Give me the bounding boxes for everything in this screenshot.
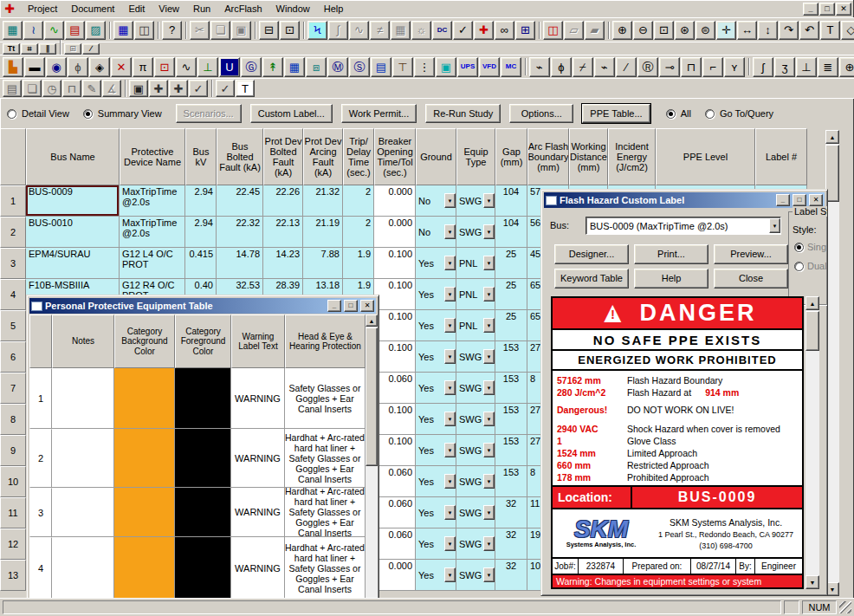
eraser-icon[interactable]: ⊞ — [64, 43, 81, 55]
box3d-icon[interactable]: ⧈ — [306, 57, 327, 77]
cell-bus-name[interactable]: BUS-0009 — [26, 185, 120, 217]
chevron-down-icon[interactable]: ▼ — [483, 256, 495, 270]
transformer-icon[interactable]: ⊡ — [154, 57, 175, 77]
menu-item[interactable]: Edit — [122, 2, 151, 16]
chevron-down-icon[interactable]: ▼ — [444, 536, 456, 551]
maximize-button[interactable]: □ — [819, 3, 835, 16]
cell-gap[interactable]: 32 — [495, 497, 527, 528]
cell-gap[interactable]: 32 — [495, 528, 527, 560]
cell-gap[interactable]: 153 — [495, 341, 527, 373]
cell-trip-delay[interactable]: 1.9 — [343, 248, 374, 279]
chevron-down-icon[interactable]: ▼ — [444, 224, 456, 239]
foreground-color-swatch[interactable] — [175, 429, 231, 488]
cell-equip-type[interactable]: SWG▼ — [456, 497, 495, 528]
close-button[interactable]: ✕ — [836, 3, 851, 16]
cell-breaker-opening[interactable]: 0.100 — [374, 341, 416, 373]
row-number[interactable]: 6 — [0, 341, 26, 373]
ppe-cell-notes[interactable] — [52, 537, 114, 598]
cell-breaker-opening[interactable]: 0.100 — [374, 310, 416, 341]
fuse-symbol-icon[interactable]: ϕ — [551, 57, 572, 77]
datablock-icon[interactable]: ▦ — [113, 21, 133, 40]
chevron-down-icon[interactable]: ▼ — [769, 218, 780, 233]
cell-ground[interactable]: Yes▼ — [416, 279, 456, 310]
row-number[interactable]: 12 — [0, 528, 26, 560]
cell-gap[interactable]: 153 — [495, 373, 527, 404]
cell-breaker-opening[interactable]: 0.100 — [374, 279, 416, 310]
print-button[interactable]: Print... — [634, 244, 708, 264]
designer-button[interactable]: Designer... — [554, 244, 629, 264]
chevron-down-icon[interactable]: ▼ — [483, 536, 495, 551]
background-color-swatch[interactable] — [114, 368, 175, 429]
cell-equip-type[interactable]: SWG▼ — [456, 341, 495, 373]
cell-breaker-opening[interactable]: 0.060 — [374, 528, 416, 560]
cable-icon[interactable]: ◉ — [46, 57, 67, 77]
rotate-icon[interactable]: ◇ — [841, 21, 854, 40]
switch-open-icon[interactable]: ∕ — [616, 57, 637, 77]
background-color-swatch[interactable] — [114, 429, 175, 488]
close-dialog-button[interactable]: Close — [714, 269, 788, 289]
pan-icon[interactable]: ✛ — [716, 21, 736, 40]
maximize-button[interactable]: □ — [793, 194, 806, 206]
ppe-row-number[interactable]: 1 — [29, 368, 52, 429]
row-number[interactable]: 4 — [0, 279, 26, 310]
grid-icon[interactable]: ▦ — [391, 21, 411, 40]
ct-icon[interactable]: ✕ — [111, 57, 132, 77]
fence-icon[interactable]: ∥ — [39, 43, 56, 55]
scrollbar-thumb[interactable] — [366, 327, 378, 466]
cell-equip-type[interactable]: PNL▼ — [456, 248, 495, 279]
shunt-icon[interactable]: ⊕ — [839, 57, 854, 77]
waveform-icon[interactable]: ∿ — [44, 21, 64, 40]
resistor-icon[interactable]: ≣ — [818, 57, 838, 77]
run-arcflash-icon[interactable]: Ϟ — [307, 21, 327, 40]
chevron-down-icon[interactable]: ▼ — [483, 505, 495, 520]
cell-gap[interactable]: 153 — [495, 466, 527, 497]
foreground-color-swatch[interactable] — [175, 537, 231, 598]
menu-item[interactable]: ArcFlash — [218, 2, 268, 16]
viewbar-button[interactable]: PPE Table... — [582, 104, 650, 123]
chevron-down-icon[interactable]: ▼ — [444, 287, 456, 302]
foreground-color-swatch[interactable] — [175, 488, 231, 537]
bar-graph-icon[interactable]: ▙ — [3, 57, 23, 77]
print-preview-icon[interactable]: ⊡ — [280, 21, 300, 40]
note-form-icon[interactable]: ▤ — [3, 80, 22, 97]
node-icon[interactable]: ⊥ — [197, 57, 218, 77]
ppe-cell-head-eye[interactable]: Hardhat + Arc-rated hard hat liner + Saf… — [285, 488, 366, 537]
viewbar-button[interactable]: Custom Label... — [250, 104, 333, 123]
cell-equip-type[interactable]: PNL▼ — [456, 279, 495, 310]
cell-protective-device[interactable]: MaxTripTime @2.0s — [120, 217, 185, 248]
ppe-row-number[interactable]: 2 — [29, 429, 52, 488]
cell-gap[interactable]: 25 — [495, 279, 527, 310]
chevron-down-icon[interactable]: ▼ — [483, 318, 495, 333]
resize-grip[interactable] — [839, 601, 851, 613]
two-winding-icon[interactable]: ◈ — [89, 57, 110, 77]
tcc-plot-icon[interactable]: ∫ — [328, 21, 348, 40]
cell-breaker-opening[interactable]: 0.100 — [374, 435, 416, 466]
menu-item[interactable]: Run — [187, 2, 217, 16]
find-icon[interactable]: ∞ — [495, 21, 514, 40]
scroll-up-icon[interactable]: ▲ — [825, 130, 839, 144]
cell-ground[interactable]: Yes▼ — [416, 528, 456, 560]
breaker-icon[interactable]: ⌁ — [529, 57, 550, 77]
row-number[interactable]: 10 — [0, 466, 26, 497]
cell-gap[interactable]: 25 — [495, 248, 527, 279]
cell-gap[interactable]: 25 — [495, 310, 527, 341]
ups-icon[interactable]: UPS — [457, 57, 478, 77]
chevron-down-icon[interactable]: ▼ — [444, 474, 456, 489]
cell-gap[interactable]: 153 — [495, 404, 527, 435]
minimize-button[interactable]: _ — [803, 3, 818, 16]
switch-icon[interactable]: ⌿ — [573, 57, 593, 77]
report-icon[interactable]: ▤ — [65, 21, 85, 40]
ppe-cell-warning[interactable]: WARNING — [231, 488, 285, 537]
viewbar-button[interactable]: Re-Run Study — [425, 104, 501, 123]
fuse-icon[interactable]: ϕ — [68, 57, 88, 77]
inductor2-icon[interactable]: ʒ — [774, 57, 795, 77]
chevron-down-icon[interactable]: ▼ — [483, 567, 495, 582]
chevron-down-icon[interactable]: ▼ — [483, 380, 495, 395]
maximize-button[interactable]: □ — [344, 300, 358, 312]
cell-gap[interactable]: 104 — [495, 185, 527, 217]
motor-icon[interactable]: ↟ — [262, 57, 283, 77]
chevron-down-icon[interactable]: ▼ — [483, 287, 495, 302]
scrollbar-thumb[interactable] — [805, 311, 819, 351]
close-button[interactable]: ✕ — [809, 194, 823, 206]
cell-equip-type[interactable]: SWG▼ — [456, 466, 495, 497]
